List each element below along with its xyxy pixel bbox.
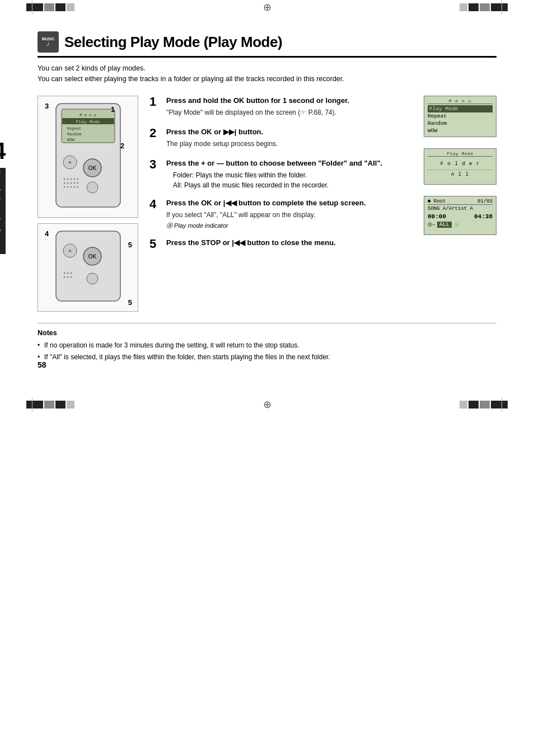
lcd-screen-3: ■ Root 01/03 SONG A/Artist A 00:00 04:38… <box>424 196 496 235</box>
step-2-desc: The play mode setup process begins. <box>166 139 413 149</box>
page-title: Selecting Play Mode (Play Mode) <box>64 34 282 51</box>
svg-text:Repeat: Repeat <box>67 126 81 131</box>
step-5: 5 Press the STOP or |◀◀ button to close … <box>149 238 413 250</box>
page-number: 58 <box>38 360 46 369</box>
play-mode-indicator-label: ⓐ Play mode indicator <box>166 222 413 230</box>
svg-point-39 <box>63 272 65 274</box>
svg-text:Play Mode: Play Mode <box>76 119 100 124</box>
step-4-desc: If you select "All", "ALL" will appear o… <box>166 210 413 220</box>
svg-point-30 <box>77 186 78 187</box>
chapter-indicator: 4 Selecting Play Mode (Play Mode) <box>0 138 6 254</box>
svg-point-24 <box>73 182 75 184</box>
lcd-screen-1: M e n u Play Mode Repeat Random WOW <box>424 96 496 137</box>
lcd3-mode: ALL <box>437 222 452 228</box>
note-0: If no operation is made for 3 minutes du… <box>38 340 496 350</box>
step-3-title: Press the + or — button to choose betwee… <box>166 158 413 168</box>
svg-text:2: 2 <box>120 142 124 150</box>
notes-title: Notes <box>38 329 496 337</box>
svg-point-18 <box>70 178 72 180</box>
lcd1-row-3: WOW <box>428 127 493 134</box>
svg-point-20 <box>77 178 78 180</box>
svg-point-43 <box>67 276 68 278</box>
step-1-title: Press and hold the OK button for 1 secon… <box>166 96 413 106</box>
step-1-desc: "Play Mode" will be displayed on the scr… <box>166 107 413 118</box>
svg-point-22 <box>67 182 68 184</box>
svg-point-17 <box>67 178 68 180</box>
lcd1-row-2: Random <box>428 120 493 127</box>
lcd3-tracknum: 01/03 <box>477 199 493 204</box>
step-4-title: Press the OK or |◀◀ button to complete t… <box>166 198 413 208</box>
svg-text:+: + <box>68 159 71 166</box>
step-3-line-1: All: Plays all the music files recorded … <box>173 180 413 190</box>
lcd1-row-1: Repeat <box>428 112 493 120</box>
music-icon-box: MUSIC ♪ <box>38 31 59 53</box>
svg-text:♪: ♪ <box>46 40 50 47</box>
svg-text:OK: OK <box>88 253 97 260</box>
svg-point-42 <box>63 276 65 278</box>
lcd2-title: Play Mode <box>428 151 493 157</box>
side-tab-text: Selecting Play Mode (Play Mode) <box>0 171 1 251</box>
svg-rect-33 <box>56 231 120 301</box>
svg-text:WOW: WOW <box>67 138 74 142</box>
lcd2-all-row: A l l <box>428 172 493 177</box>
svg-point-21 <box>63 182 65 184</box>
svg-point-29 <box>73 186 75 187</box>
lcd2-folder-row: F o l d e r <box>428 161 493 167</box>
page-header: MUSIC ♪ Selecting Play Mode (Play Mode) <box>38 31 496 58</box>
svg-point-27 <box>67 186 68 187</box>
svg-point-15 <box>87 182 98 193</box>
svg-point-16 <box>63 178 65 180</box>
svg-text:Random: Random <box>67 132 81 137</box>
step-5-title: Press the STOP or |◀◀ button to close th… <box>166 238 413 248</box>
step-2-title: Press the OK or ▶▶| button. <box>166 127 413 137</box>
lcd-screen-2: Play Mode F o l d e r A l l <box>424 148 496 185</box>
step-4-num: 4 <box>149 198 163 210</box>
svg-point-19 <box>73 178 75 180</box>
step-5-num: 5 <box>149 238 163 250</box>
svg-text:OK: OK <box>88 165 97 171</box>
registration-mark-bottom: ⊕ <box>263 398 271 411</box>
lcd1-title: M e n u <box>428 98 493 104</box>
lcd3-song: SONG A/Artist A <box>428 206 493 212</box>
registration-mark-top: ⊕ <box>263 1 271 13</box>
svg-point-40 <box>67 272 68 274</box>
top-decorative-bar: ⊕ <box>0 0 534 15</box>
lcd3-time-start: 00:00 <box>428 213 446 220</box>
svg-point-41 <box>70 272 72 274</box>
step-1: 1 Press and hold the OK button for 1 sec… <box>149 96 413 119</box>
intro-text: You can set 2 kinds of play modes. You c… <box>38 63 496 84</box>
step-2: 2 Press the OK or ▶▶| button. The play m… <box>149 127 413 151</box>
svg-point-23 <box>70 182 72 184</box>
screens-column: M e n u Play Mode Repeat Random WOW Play… <box>424 96 496 312</box>
lcd3-time-end: 04:38 <box>474 213 493 220</box>
step-3-line-0: Folder: Plays the music files within the… <box>173 170 413 180</box>
svg-text:1: 1 <box>111 105 115 114</box>
notes-list: If no operation is made for 3 minutes du… <box>38 340 496 362</box>
lcd3-arrow: ⓐ→ <box>428 222 435 228</box>
steps-column: 1 Press and hold the OK button for 1 sec… <box>149 96 413 312</box>
svg-point-25 <box>77 182 78 184</box>
step-3-num: 3 <box>149 158 163 171</box>
note-1: If "All" is selected, it plays the files… <box>38 352 496 362</box>
svg-point-44 <box>70 276 72 278</box>
notes-section: Notes If no operation is made for 3 minu… <box>38 323 496 362</box>
lcd3-root: ■ Root <box>428 199 446 204</box>
lcd3-battery: 🔋 <box>454 222 460 227</box>
svg-point-28 <box>70 186 72 187</box>
lcd1-row-0: Play Mode <box>428 105 493 112</box>
svg-text:M e n u: M e n u <box>79 113 96 118</box>
svg-point-38 <box>87 273 98 284</box>
svg-text:+: + <box>68 247 71 254</box>
bottom-decorative-bar: ⊕ <box>0 397 534 412</box>
svg-point-26 <box>63 186 65 187</box>
step-1-num: 1 <box>149 96 163 108</box>
step-3: 3 Press the + or — button to choose betw… <box>149 158 413 190</box>
device-illustrations: M e n u Play Mode Repeat Random WOW + OK <box>38 96 138 312</box>
step-4: 4 Press the OK or |◀◀ button to complete… <box>149 198 413 230</box>
step-2-num: 2 <box>149 127 163 139</box>
